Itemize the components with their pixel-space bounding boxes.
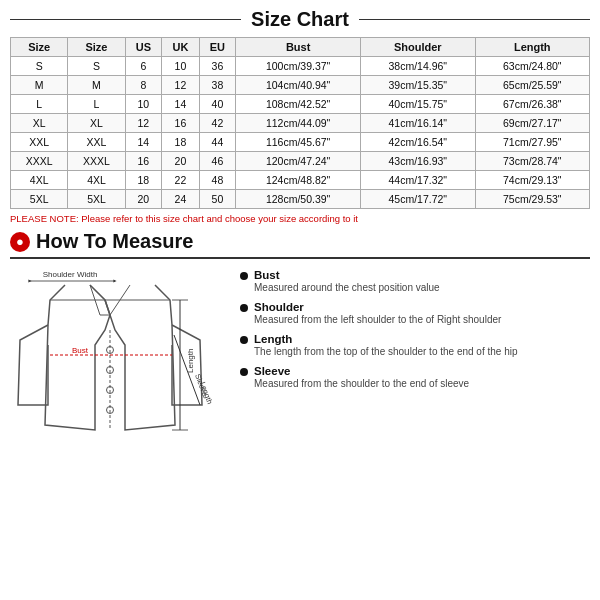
bullet-dot	[240, 304, 248, 312]
table-cell: 100cm/39.37"	[236, 57, 361, 76]
table-cell: L	[68, 95, 125, 114]
page-title: Size Chart	[241, 8, 359, 31]
table-cell: 42cm/16.54"	[361, 133, 475, 152]
size-table: SizeSizeUSUKEUBustShoulderLength SS61036…	[10, 37, 590, 209]
table-cell: 6	[125, 57, 161, 76]
table-cell: 74cm/29.13"	[475, 171, 589, 190]
table-cell: 36	[199, 57, 235, 76]
title-line-right	[359, 19, 590, 20]
table-cell: 75cm/29.53"	[475, 190, 589, 209]
table-cell: 12	[125, 114, 161, 133]
table-cell: 43cm/16.93"	[361, 152, 475, 171]
measure-item-desc: Measured from the left shoulder to the o…	[254, 313, 501, 327]
svg-text:Bust: Bust	[72, 346, 89, 355]
table-cell: 18	[125, 171, 161, 190]
bullet-dot	[240, 336, 248, 344]
table-cell: 50	[199, 190, 235, 209]
measure-item-desc: Measured around the chest position value	[254, 281, 440, 295]
svg-line-14	[174, 335, 200, 405]
table-row: XXXLXXXL162046120cm/47.24"43cm/16.93"73c…	[11, 152, 590, 171]
table-row: 5XL5XL202450128cm/50.39"45cm/17.72"75cm/…	[11, 190, 590, 209]
bottom-section: Shoulder Width	[10, 265, 590, 592]
table-cell: 69cm/27.17"	[475, 114, 589, 133]
table-header-cell: Shoulder	[361, 38, 475, 57]
table-cell: 73cm/28.74"	[475, 152, 589, 171]
table-cell: 45cm/17.72"	[361, 190, 475, 209]
table-cell: 20	[162, 152, 200, 171]
table-cell: XXL	[68, 133, 125, 152]
table-cell: 104cm/40.94"	[236, 76, 361, 95]
table-cell: 16	[162, 114, 200, 133]
measure-item: LengthThe length from the top of the sho…	[240, 333, 590, 359]
table-cell: 120cm/47.24"	[236, 152, 361, 171]
table-cell: 65cm/25.59"	[475, 76, 589, 95]
table-header-cell: Bust	[236, 38, 361, 57]
table-cell: 10	[125, 95, 161, 114]
table-cell: 67cm/26.38"	[475, 95, 589, 114]
table-cell: 40cm/15.75"	[361, 95, 475, 114]
table-row: XLXL121642112cm/44.09"41cm/16.14"69cm/27…	[11, 114, 590, 133]
table-cell: XL	[11, 114, 68, 133]
table-cell: XXXL	[11, 152, 68, 171]
measure-item-title: Sleeve	[254, 365, 469, 377]
table-cell: 128cm/50.39"	[236, 190, 361, 209]
table-cell: 38	[199, 76, 235, 95]
svg-text:Shoulder Width: Shoulder Width	[43, 270, 98, 279]
measure-item: BustMeasured around the chest position v…	[240, 269, 590, 295]
page: Size Chart SizeSizeUSUKEUBustShoulderLen…	[0, 0, 600, 600]
table-cell: 40	[199, 95, 235, 114]
measure-item: SleeveMeasured from the shoulder to the …	[240, 365, 590, 391]
jacket-illustration: Shoulder Width	[10, 265, 230, 592]
table-cell: 44	[199, 133, 235, 152]
measure-item-desc: Measured from the shoulder to the end of…	[254, 377, 469, 391]
table-cell: 4XL	[11, 171, 68, 190]
table-cell: 5XL	[68, 190, 125, 209]
title-line-left	[10, 19, 241, 20]
svg-text:Length: Length	[186, 349, 195, 373]
bullet-dot	[240, 272, 248, 280]
table-cell: XXXL	[68, 152, 125, 171]
circle-icon: ●	[10, 232, 30, 252]
measure-descriptions: BustMeasured around the chest position v…	[240, 265, 590, 592]
measure-item-title: Length	[254, 333, 518, 345]
how-to-measure-title: How To Measure	[36, 230, 193, 253]
table-cell: 14	[162, 95, 200, 114]
table-cell: 4XL	[68, 171, 125, 190]
table-cell: 116cm/45.67"	[236, 133, 361, 152]
table-cell: 16	[125, 152, 161, 171]
table-header-cell: Length	[475, 38, 589, 57]
table-cell: 18	[162, 133, 200, 152]
table-cell: 108cm/42.52"	[236, 95, 361, 114]
table-cell: 71cm/27.95"	[475, 133, 589, 152]
table-cell: L	[11, 95, 68, 114]
table-cell: M	[68, 76, 125, 95]
table-cell: 42	[199, 114, 235, 133]
measure-item: ShoulderMeasured from the left shoulder …	[240, 301, 590, 327]
table-cell: 39cm/15.35"	[361, 76, 475, 95]
table-row: MM81238104cm/40.94"39cm/15.35"65cm/25.59…	[11, 76, 590, 95]
table-cell: 48	[199, 171, 235, 190]
table-cell: 10	[162, 57, 200, 76]
note-text: PLEASE NOTE: Please refer to this size c…	[10, 213, 590, 224]
table-row: SS61036100cm/39.37"38cm/14.96"63cm/24.80…	[11, 57, 590, 76]
jacket-svg: Shoulder Width	[10, 265, 230, 440]
measure-item-desc: The length from the top of the shoulder …	[254, 345, 518, 359]
table-cell: 20	[125, 190, 161, 209]
table-header-cell: UK	[162, 38, 200, 57]
table-cell: 46	[199, 152, 235, 171]
bullet-dot	[240, 368, 248, 376]
table-body: SS61036100cm/39.37"38cm/14.96"63cm/24.80…	[11, 57, 590, 209]
table-cell: S	[68, 57, 125, 76]
table-header-cell: US	[125, 38, 161, 57]
table-cell: 112cm/44.09"	[236, 114, 361, 133]
title-row: Size Chart	[10, 8, 590, 31]
table-cell: 41cm/16.14"	[361, 114, 475, 133]
table-cell: 24	[162, 190, 200, 209]
table-cell: 5XL	[11, 190, 68, 209]
table-header-cell: EU	[199, 38, 235, 57]
table-cell: XXL	[11, 133, 68, 152]
table-cell: 63cm/24.80"	[475, 57, 589, 76]
measure-item-title: Shoulder	[254, 301, 501, 313]
measure-item-title: Bust	[254, 269, 440, 281]
table-cell: 44cm/17.32"	[361, 171, 475, 190]
